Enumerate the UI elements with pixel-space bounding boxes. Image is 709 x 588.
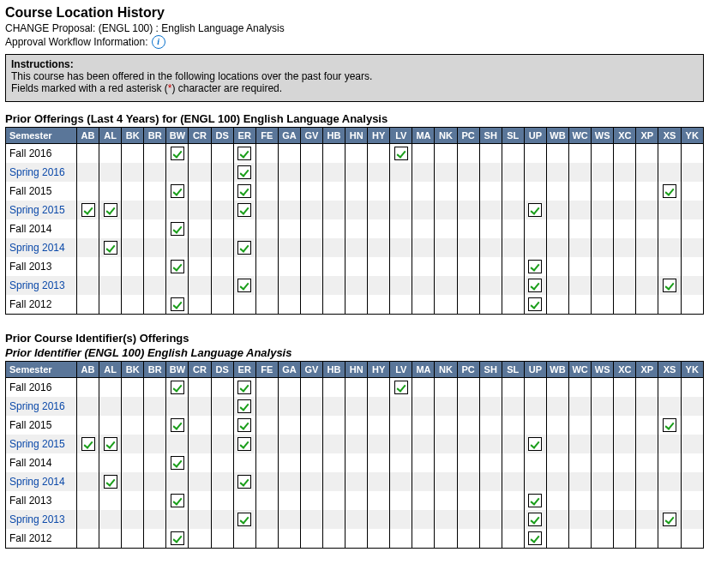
cell-wc	[569, 416, 592, 435]
cell-br	[144, 491, 166, 510]
cell-ds	[211, 257, 233, 276]
cell-ma	[412, 276, 435, 295]
cell-xc	[614, 378, 636, 398]
cell-lv	[390, 257, 412, 276]
semester-link[interactable]: Spring 2014	[9, 476, 65, 488]
cell-ds	[211, 295, 233, 315]
cell-wb	[546, 219, 568, 238]
semester-cell: Fall 2015	[6, 182, 77, 201]
cell-xp	[636, 219, 658, 238]
checkmark-icon	[394, 381, 408, 394]
cell-hy	[368, 435, 390, 453]
cell-up	[524, 529, 546, 549]
cell-ds	[211, 435, 233, 453]
cell-xs	[658, 238, 681, 257]
prior-identifier-table: SemesterABALBKBRBWCRDSERFEGAGVHBHNHYLVMA…	[5, 361, 704, 549]
column-header-fe: FE	[255, 128, 278, 144]
cell-pc	[457, 163, 479, 182]
cell-ab	[76, 491, 99, 510]
cell-nk	[435, 276, 457, 295]
cell-al	[99, 529, 122, 549]
semester-cell[interactable]: Spring 2014	[6, 238, 77, 257]
semester-link[interactable]: Spring 2015	[9, 438, 65, 450]
cell-hb	[323, 276, 345, 295]
cell-fe	[255, 238, 278, 257]
column-header-nk: NK	[435, 362, 457, 378]
cell-bk	[122, 529, 144, 549]
column-header-gv: GV	[300, 128, 322, 144]
cell-hn	[345, 163, 368, 182]
cell-fe	[255, 397, 278, 416]
cell-xs	[658, 435, 681, 453]
cell-xs	[658, 163, 681, 182]
cell-xc	[614, 144, 636, 164]
checkmark-icon	[237, 184, 251, 198]
cell-hn	[345, 435, 368, 453]
cell-ds	[211, 201, 233, 219]
semester-link[interactable]: Spring 2016	[9, 400, 65, 412]
cell-sl	[502, 219, 524, 238]
semester-link[interactable]: Spring 2014	[9, 242, 65, 254]
semester-link[interactable]: Spring 2016	[9, 166, 65, 178]
cell-ds	[211, 529, 233, 549]
semester-cell[interactable]: Spring 2015	[6, 201, 77, 219]
cell-gv	[300, 453, 322, 472]
checkmark-icon	[394, 147, 408, 160]
cell-ga	[278, 219, 300, 238]
semester-link[interactable]: Spring 2015	[9, 204, 65, 216]
semester-cell[interactable]: Spring 2016	[6, 397, 77, 416]
cell-cr	[189, 257, 211, 276]
cell-wb	[546, 201, 568, 219]
checkmark-icon	[171, 456, 184, 470]
cell-wb	[546, 472, 568, 491]
cell-sl	[502, 397, 524, 416]
cell-wc	[569, 182, 592, 201]
semester-cell[interactable]: Spring 2013	[6, 510, 77, 529]
semester-cell[interactable]: Spring 2015	[6, 435, 77, 453]
cell-br	[144, 453, 166, 472]
cell-hy	[368, 529, 390, 549]
cell-wc	[569, 276, 592, 295]
cell-br	[144, 182, 166, 201]
cell-up	[524, 219, 546, 238]
cell-hb	[323, 453, 345, 472]
semester-link[interactable]: Spring 2013	[9, 513, 65, 525]
cell-yk	[681, 238, 703, 257]
cell-ws	[592, 276, 614, 295]
cell-ws	[592, 144, 614, 164]
semester-cell[interactable]: Spring 2014	[6, 472, 77, 491]
cell-pc	[457, 182, 479, 201]
checkmark-icon	[528, 513, 542, 526]
column-header-fe: FE	[255, 362, 278, 378]
cell-ws	[592, 219, 614, 238]
table-row: Fall 2013	[6, 257, 704, 276]
cell-wc	[569, 219, 592, 238]
cell-pc	[457, 529, 479, 549]
semester-cell: Fall 2016	[6, 144, 77, 164]
semester-link[interactable]: Spring 2013	[9, 279, 65, 291]
checkmark-icon	[237, 279, 251, 292]
semester-cell[interactable]: Spring 2016	[6, 163, 77, 182]
cell-br	[144, 257, 166, 276]
cell-ab	[76, 453, 99, 472]
cell-sh	[479, 257, 502, 276]
cell-wc	[569, 491, 592, 510]
cell-br	[144, 378, 166, 398]
cell-sh	[479, 416, 502, 435]
cell-wb	[546, 182, 568, 201]
checkmark-icon	[171, 381, 184, 394]
approval-row: Approval Workflow Information: i	[5, 35, 704, 49]
info-icon[interactable]: i	[152, 35, 165, 49]
table-row: Fall 2013	[6, 491, 704, 510]
page-title: Course Location History	[5, 5, 704, 21]
semester-cell[interactable]: Spring 2013	[6, 276, 77, 295]
cell-xs	[658, 144, 681, 164]
cell-cr	[189, 276, 211, 295]
cell-ga	[278, 257, 300, 276]
cell-xs	[658, 453, 681, 472]
checkmark-icon	[171, 297, 184, 311]
cell-up	[524, 472, 546, 491]
cell-ws	[592, 397, 614, 416]
cell-ds	[211, 163, 233, 182]
cell-nk	[435, 453, 457, 472]
